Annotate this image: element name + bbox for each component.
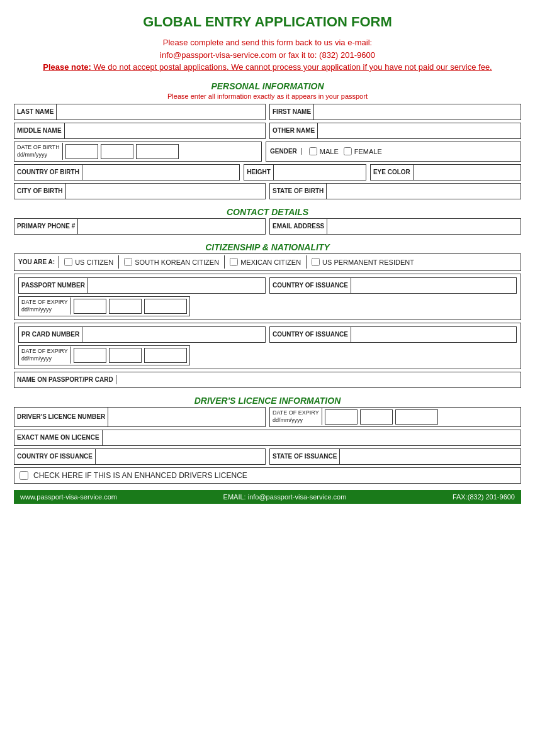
pr-card-number-field: PR CARD NUMBER (18, 326, 266, 343)
passport-expiry-year[interactable] (144, 299, 187, 314)
drivers-title: DRIVER'S LICENCE INFORMATION (14, 396, 521, 406)
drivers-licence-number-field: DRIVER'S LICENCE NUMBER (14, 407, 266, 427)
eye-color-field: EYE COLOR (370, 164, 521, 181)
pr-country-issuance-input[interactable] (351, 327, 516, 342)
first-name-label: FIRST NAME (270, 104, 314, 120)
other-name-label: OTHER NAME (270, 123, 318, 138)
passport-number-field: PASSPORT NUMBER (18, 277, 266, 294)
drivers-expiry-year[interactable] (395, 409, 438, 425)
primary-phone-input[interactable] (78, 219, 265, 234)
page-title: GLOBAL ENTRY APPLICATION FORM (14, 14, 521, 30)
country-of-birth-field: COUNTRY OF BIRTH (14, 164, 240, 181)
mexican-checkbox[interactable] (230, 258, 238, 266)
email-address-field: EMAIL ADDRESS (269, 218, 521, 235)
dob-year-input[interactable] (136, 144, 179, 159)
last-name-input[interactable] (57, 104, 265, 120)
citizenship-title: CITIZENSHIP & NATIONALITY (14, 242, 521, 252)
drivers-expiry-day[interactable] (325, 409, 358, 425)
us-permanent-label: US PERMANENT RESIDENT (322, 258, 414, 266)
country-of-birth-label: COUNTRY OF BIRTH (14, 165, 82, 180)
us-citizen-label: US CITIZEN (75, 258, 113, 266)
enhanced-licence-checkbox[interactable] (20, 471, 28, 480)
passport-expiry-day[interactable] (74, 299, 106, 314)
pr-expiry-month[interactable] (109, 348, 142, 363)
passport-country-issuance-field: COUNTRY OF ISSUANCE (269, 277, 517, 294)
footer-bar: www.passport-visa-service.com EMAIL: inf… (14, 490, 521, 504)
pr-expiry-field: DATE OF EXPIRY dd/mm/yyyy (18, 345, 190, 365)
male-label: MALE (320, 148, 339, 155)
name-on-passport-input[interactable] (116, 373, 521, 387)
email-address-input[interactable] (327, 219, 521, 234)
enhanced-licence-label: CHECK HERE IF THIS IS AN ENHANCED DRIVER… (33, 471, 247, 480)
passport-number-input[interactable] (88, 278, 265, 293)
city-of-birth-input[interactable] (66, 184, 265, 199)
passport-expiry-month[interactable] (109, 299, 142, 314)
us-citizen-checkbox[interactable] (64, 258, 72, 266)
intro-line1: Please complete and send this form back … (14, 36, 521, 49)
citizenship-options-row: YOU ARE A: US CITIZEN SOUTH KOREAN CITIZ… (14, 253, 521, 271)
mexican-label: MEXICAN CITIZEN (240, 258, 301, 266)
country-of-birth-input[interactable] (82, 165, 239, 180)
pr-expiry-day[interactable] (74, 348, 106, 363)
dob-field: DATE OF BIRTH dd/mm/yyyy (14, 142, 262, 162)
enhanced-licence-row: CHECK HERE IF THIS IS AN ENHANCED DRIVER… (14, 467, 521, 484)
drivers-expiry-month[interactable] (360, 409, 393, 425)
south-korean-label: SOUTH KOREAN CITIZEN (135, 258, 219, 266)
note-line: Please note: We do not accept postal app… (14, 61, 521, 74)
pr-expiry-label: DATE OF EXPIRY dd/mm/yyyy (19, 347, 71, 364)
passport-country-issuance-label: COUNTRY OF ISSUANCE (270, 278, 351, 293)
female-label: FEMALE (354, 148, 382, 155)
state-of-issuance-input[interactable] (340, 449, 521, 464)
drivers-country-issuance-field: COUNTRY OF ISSUANCE (14, 448, 266, 465)
male-checkbox[interactable] (309, 147, 317, 155)
exact-name-on-licence-input[interactable] (103, 430, 521, 445)
city-of-birth-label: CITY OF BIRTH (14, 184, 66, 199)
south-korean-option[interactable]: SOUTH KOREAN CITIZEN (119, 255, 225, 269)
eye-color-input[interactable] (414, 165, 521, 180)
state-of-birth-input[interactable] (327, 184, 521, 199)
first-name-input[interactable] (314, 104, 521, 120)
height-input[interactable] (274, 165, 366, 180)
mexican-option[interactable]: MEXICAN CITIZEN (225, 255, 307, 269)
pr-expiry-year[interactable] (144, 348, 187, 363)
passport-block: PASSPORT NUMBER COUNTRY OF ISSUANCE DATE… (14, 274, 521, 320)
city-of-birth-field: CITY OF BIRTH (14, 183, 266, 199)
pr-country-issuance-label: COUNTRY OF ISSUANCE (270, 327, 351, 342)
drivers-licence-number-label: DRIVER'S LICENCE NUMBER (14, 408, 108, 426)
middle-name-input[interactable] (65, 123, 265, 138)
state-of-birth-label: STATE OF BIRTH (270, 184, 327, 199)
us-citizen-option[interactable]: US CITIZEN (59, 255, 119, 269)
primary-phone-field: PRIMARY PHONE # (14, 218, 266, 235)
pr-card-number-input[interactable] (82, 327, 265, 342)
male-option[interactable]: MALE (309, 147, 339, 155)
personal-info-title: PERSONAL INFORMATION (14, 81, 521, 91)
dob-label: DATE OF BIRTH dd/mm/yyyy (14, 143, 63, 160)
passport-number-label: PASSPORT NUMBER (19, 278, 88, 293)
us-permanent-option[interactable]: US PERMANENT RESIDENT (307, 255, 419, 269)
south-korean-checkbox[interactable] (124, 258, 132, 266)
footer-email: EMAIL: info@passport-visa-service.com (223, 493, 347, 501)
contact-title: CONTACT DETAILS (14, 207, 521, 217)
drivers-expiry-field: DATE OF EXPIRY dd/mm/yyyy (269, 407, 521, 427)
female-option[interactable]: FEMALE (344, 147, 382, 155)
footer-fax: FAX:(832) 201-9600 (453, 493, 515, 501)
female-checkbox[interactable] (344, 147, 352, 155)
drivers-licence-number-input[interactable] (108, 408, 265, 426)
drivers-country-issuance-input[interactable] (96, 449, 265, 464)
pr-card-number-label: PR CARD NUMBER (19, 327, 82, 342)
last-name-field: LAST NAME (14, 104, 266, 120)
state-of-birth-field: STATE OF BIRTH (269, 183, 521, 199)
dob-month-input[interactable] (101, 144, 133, 159)
you-are-label: YOU ARE A: (14, 256, 59, 268)
middle-name-label: MIDDLE NAME (14, 123, 65, 138)
other-name-field: OTHER NAME (269, 123, 521, 139)
name-on-passport-label: NAME ON PASSPORT/PR CARD (14, 375, 116, 384)
footer-website: www.passport-visa-service.com (20, 493, 117, 501)
passport-country-issuance-input[interactable] (351, 278, 516, 293)
other-name-input[interactable] (318, 123, 521, 138)
middle-name-field: MIDDLE NAME (14, 123, 266, 139)
us-permanent-checkbox[interactable] (312, 258, 320, 266)
passport-expiry-label: DATE OF EXPIRY dd/mm/yyyy (19, 297, 71, 314)
gender-label: GENDER (270, 148, 301, 155)
dob-day-input[interactable] (65, 144, 98, 159)
